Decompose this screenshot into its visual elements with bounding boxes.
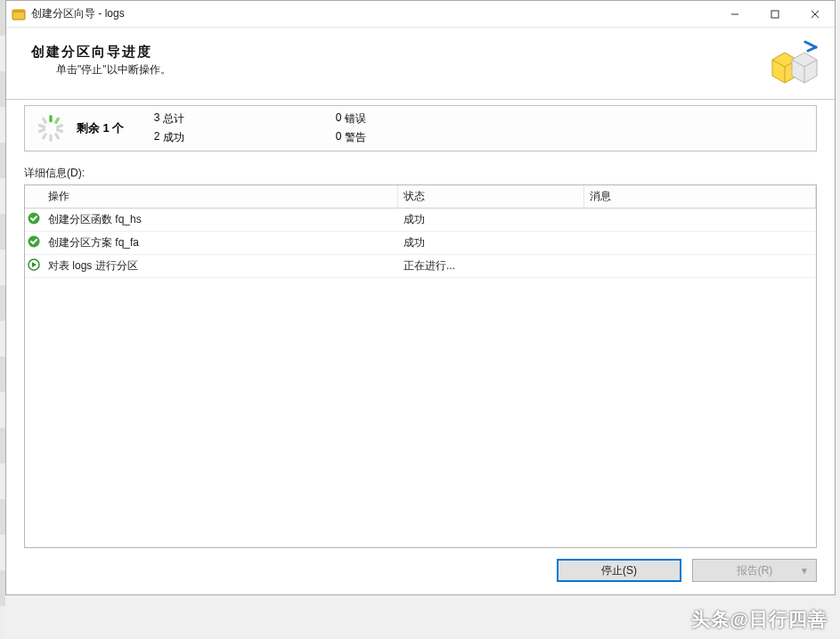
- svg-line-15: [56, 119, 59, 122]
- close-button[interactable]: [795, 1, 835, 27]
- svg-line-22: [40, 126, 45, 127]
- svg-marker-27: [32, 262, 37, 267]
- col-header-op[interactable]: 操作: [43, 185, 398, 209]
- row-status-icon: [25, 209, 43, 232]
- row-status: 成功: [398, 232, 583, 255]
- wizard-window: 创建分区向导 - logs 创建分区向导进度 单击"停止"以中断操作。: [5, 0, 836, 595]
- svg-rect-1: [12, 10, 25, 12]
- table-row[interactable]: 对表 logs 进行分区正在进行...: [25, 255, 816, 278]
- svg-line-16: [58, 126, 62, 127]
- svg-line-20: [44, 135, 46, 138]
- title-bar[interactable]: 创建分区向导 - logs: [6, 1, 835, 28]
- col-header-msg[interactable]: 消息: [583, 185, 815, 209]
- stat-total-lab: 总计: [163, 111, 208, 127]
- row-msg: [583, 232, 815, 255]
- report-button-label: 报告(R): [737, 563, 773, 578]
- stop-button[interactable]: 停止(S): [557, 559, 681, 582]
- col-header-status[interactable]: 状态: [398, 185, 583, 209]
- page-title: 创建分区向导进度: [31, 44, 817, 61]
- maximize-button[interactable]: [754, 1, 795, 27]
- window-controls: [714, 1, 835, 27]
- row-op: 创建分区方案 fq_fa: [43, 232, 398, 255]
- window-title: 创建分区向导 - logs: [31, 6, 125, 21]
- table-row[interactable]: 创建分区方案 fq_fa成功: [25, 232, 816, 255]
- progress-spinner-icon: [37, 115, 64, 142]
- wizard-body: 剩余 1 个 3 总计 2 成功 0 错误 0 警告 详细信息(D):: [6, 99, 835, 594]
- app-icon: [12, 7, 26, 21]
- watermark-text: 头条@日行四善: [691, 607, 828, 632]
- svg-line-23: [44, 119, 46, 122]
- row-status: 正在进行...: [398, 255, 583, 278]
- row-op: 对表 logs 进行分区: [43, 255, 398, 278]
- report-button: 报告(R) ▼: [692, 559, 817, 582]
- svg-line-17: [58, 130, 62, 132]
- svg-line-21: [40, 130, 45, 132]
- stop-button-label: 停止(S): [601, 563, 637, 578]
- svg-rect-3: [771, 11, 779, 18]
- wizard-hero-icon: [767, 40, 819, 85]
- details-label: 详细信息(D):: [24, 166, 817, 181]
- row-msg: [583, 255, 815, 278]
- stat-succ-lab: 成功: [163, 130, 208, 145]
- page-subtitle: 单击"停止"以中断操作。: [56, 62, 817, 78]
- col-header-icon[interactable]: [25, 185, 43, 209]
- progress-stats: 3 总计 2 成功 0 错误 0 警告: [124, 111, 389, 145]
- progress-summary-panel: 剩余 1 个 3 总计 2 成功 0 错误 0 警告: [24, 105, 817, 152]
- table-row[interactable]: 创建分区函数 fq_hs成功: [25, 209, 816, 232]
- stat-warn-lab: 警告: [345, 130, 389, 145]
- minimize-button[interactable]: [714, 1, 754, 27]
- stat-succ-num: 2: [124, 130, 159, 145]
- stat-err-lab: 错误: [345, 111, 389, 127]
- details-table: 操作 状态 消息 创建分区函数 fq_hs成功创建分区方案 fq_fa成功对表 …: [25, 185, 816, 278]
- chevron-down-icon: ▼: [800, 566, 809, 576]
- details-grid[interactable]: 操作 状态 消息 创建分区函数 fq_hs成功创建分区方案 fq_fa成功对表 …: [24, 184, 817, 548]
- row-status: 成功: [398, 209, 583, 232]
- row-op: 创建分区函数 fq_hs: [43, 209, 398, 232]
- wizard-header: 创建分区向导进度 单击"停止"以中断操作。: [6, 28, 835, 99]
- stat-err-num: 0: [306, 111, 341, 127]
- wizard-footer: 停止(S) 报告(R) ▼: [24, 559, 817, 582]
- row-msg: [583, 209, 815, 232]
- svg-line-18: [56, 135, 59, 138]
- row-status-icon: [25, 232, 43, 255]
- stat-warn-num: 0: [306, 130, 341, 145]
- stat-total-num: 3: [124, 111, 159, 127]
- row-status-icon: [25, 255, 43, 278]
- remaining-label: 剩余 1 个: [77, 120, 124, 136]
